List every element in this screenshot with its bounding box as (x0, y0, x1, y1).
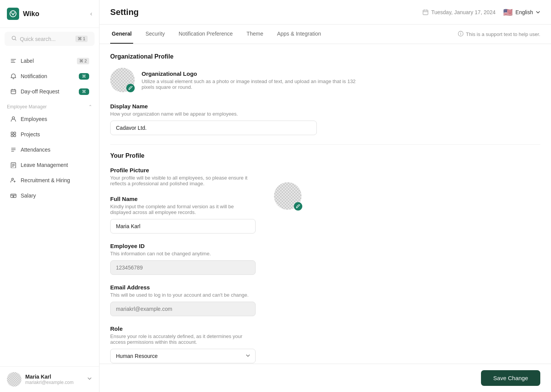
search-shortcut: ⌘ 1 (75, 36, 88, 42)
projects-icon (10, 131, 17, 138)
save-change-button[interactable]: Save Change (481, 370, 540, 386)
info-icon (458, 31, 464, 38)
language-selector[interactable]: 🇺🇸 English (503, 8, 540, 17)
org-logo-edit-button[interactable] (126, 84, 135, 92)
recruitment-label: Recruitment & Hiring (21, 177, 70, 183)
role-select[interactable]: Human Resource Admin Manager Employee (110, 349, 256, 363)
email-field: Email Address This will be used to log i… (110, 284, 256, 316)
leave-label: Leave Management (21, 162, 68, 168)
profile-form-right (274, 167, 540, 364)
org-logo-row: Organizational Logo Utilize a visual ele… (110, 68, 540, 92)
date-text: Tuesday, January 17, 2024 (431, 9, 496, 15)
tab-general[interactable]: General (110, 24, 133, 44)
leave-icon (10, 162, 17, 168)
salary-icon (10, 192, 17, 199)
app-logo-icon (7, 8, 19, 20)
header: Setting Tuesday, January 17, 2024 🇺🇸 Eng… (99, 0, 551, 24)
sidebar: Wiko ‹ Quick search... ⌘ 1 Lab (0, 0, 99, 392)
your-profile-section: Your Profile Profile Picture Your profil… (110, 152, 540, 364)
sidebar-item-label[interactable]: Label ⌘ 2 (3, 54, 96, 68)
flag-icon: 🇺🇸 (503, 8, 513, 17)
sidebar-item-salary[interactable]: Salary (3, 188, 96, 203)
dayoff-icon (10, 88, 17, 95)
email-label: Email Address (110, 284, 256, 291)
svg-point-9 (12, 178, 14, 180)
tab-security[interactable]: Security (144, 24, 166, 44)
attendances-icon (10, 146, 17, 153)
calendar-icon (422, 9, 429, 15)
tab-notification[interactable]: Notification Preference (177, 24, 235, 44)
chevron-down-icon (536, 10, 540, 15)
role-label: Role (110, 325, 256, 332)
notification-badge: ⌘ (79, 73, 89, 80)
org-logo-desc: Utilize a visual element such as a photo… (142, 78, 356, 90)
email-desc: This will be used to log in to your acco… (110, 292, 256, 298)
content-area: General Security Notification Preference… (99, 24, 551, 364)
quick-search[interactable]: Quick search... ⌘ 1 (5, 32, 95, 46)
sidebar-footer: Maria Karl mariakrl@example.com (0, 366, 99, 392)
employee-id-field: Employee ID This information can not be … (110, 243, 256, 275)
projects-label: Projects (21, 131, 40, 137)
sidebar-logo: Wiko ‹ (0, 0, 99, 28)
dayoff-badge: ⌘ (79, 88, 89, 95)
sidebar-item-projects[interactable]: Projects (3, 127, 96, 142)
sidebar-item-attendances[interactable]: Attendances (3, 142, 96, 157)
search-icon (11, 36, 17, 42)
full-name-desc: Kindly input the complete and formal ver… (110, 204, 256, 215)
sidebar-collapse-button[interactable]: ‹ (90, 10, 92, 17)
recruitment-icon (10, 177, 17, 184)
employees-icon (10, 116, 17, 122)
sidebar-item-leave[interactable]: Leave Management (3, 158, 96, 172)
app-name: Wiko (23, 10, 39, 18)
employee-id-desc: This information can not be changed anyt… (110, 251, 256, 256)
sidebar-item-dayoff[interactable]: Day-off Request ⌘ (3, 84, 96, 99)
full-name-field: Full Name Kindly input the complete and … (110, 196, 256, 234)
support-text: This is a support text to help user. (458, 31, 540, 38)
svg-rect-6 (11, 135, 13, 137)
attendances-label: Attendances (21, 147, 51, 153)
profile-avatar-edit-button[interactable] (294, 202, 302, 211)
page-title: Setting (110, 7, 139, 17)
profile-form: Profile Picture Your profile will be vis… (110, 167, 540, 364)
email-input (110, 302, 256, 316)
label-shortcut: ⌘ 2 (77, 58, 89, 64)
salary-label: Salary (21, 193, 36, 199)
svg-point-3 (12, 117, 15, 119)
profile-form-left: Profile Picture Your profile will be vis… (110, 167, 256, 364)
user-menu-chevron[interactable] (87, 376, 92, 383)
display-name-desc: How your organization name will be appea… (110, 111, 540, 117)
role-field: Role Ensure your role is accurately defi… (110, 325, 256, 363)
your-profile-title: Your Profile (110, 152, 540, 159)
full-name-input[interactable] (110, 219, 256, 234)
main-area: Setting Tuesday, January 17, 2024 🇺🇸 Eng… (99, 0, 551, 392)
tab-apps[interactable]: Apps & Integration (276, 24, 323, 44)
sidebar-item-recruitment[interactable]: Recruitment & Hiring (3, 173, 96, 188)
notification-icon (10, 73, 17, 80)
employee-manager-label: Employee Manager (7, 104, 47, 109)
sidebar-dayoff-text: Day-off Request (21, 88, 59, 95)
user-avatar (7, 372, 21, 387)
footer-bar: Save Change (99, 364, 551, 392)
svg-rect-12 (423, 10, 428, 15)
employee-id-input (110, 260, 256, 275)
display-name-field: Display Name How your organization name … (110, 103, 540, 135)
employee-manager-section: Employee Manager ⌃ (0, 100, 99, 111)
employee-id-label: Employee ID (110, 243, 256, 249)
sidebar-nav: Label ⌘ 2 Notification ⌘ (0, 50, 99, 366)
sidebar-item-notification[interactable]: Notification ⌘ (3, 69, 96, 83)
org-profile-section: Organizational Profile Organizational Lo… (110, 53, 540, 135)
org-section-title: Organizational Profile (110, 53, 540, 60)
svg-rect-5 (14, 132, 16, 134)
profile-picture-field: Profile Picture Your profile will be vis… (110, 167, 256, 186)
full-name-label: Full Name (110, 196, 256, 202)
display-name-label: Display Name (110, 103, 540, 109)
role-select-wrapper: Human Resource Admin Manager Employee (110, 349, 256, 363)
sidebar-item-employees[interactable]: Employees (3, 112, 96, 126)
language-label: English (515, 9, 533, 15)
display-name-input[interactable] (110, 121, 317, 135)
profile-picture-label: Profile Picture (110, 167, 256, 173)
employee-manager-collapse[interactable]: ⌃ (88, 104, 92, 109)
org-logo-avatar (110, 68, 135, 92)
tab-theme[interactable]: Theme (245, 24, 265, 44)
svg-point-0 (10, 11, 16, 17)
